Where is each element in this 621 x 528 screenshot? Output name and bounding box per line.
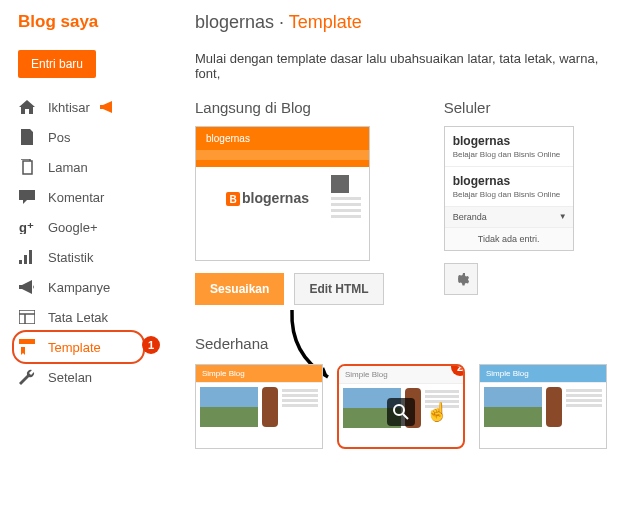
template-thumb-3[interactable]: Simple Blog bbox=[479, 364, 607, 449]
desktop-preview[interactable]: blogernas Bblogernas bbox=[195, 126, 370, 261]
comment-icon bbox=[18, 189, 36, 205]
sidebar-item-label: Setelan bbox=[48, 370, 92, 385]
live-on-blog-section: Langsung di Blog blogernas Bblogernas bbox=[195, 99, 384, 305]
magnify-icon bbox=[393, 404, 409, 420]
preview-logo: Bblogernas bbox=[226, 190, 309, 206]
thumb-title: Simple Blog bbox=[196, 365, 322, 383]
sidebar-item-label: Tata Letak bbox=[48, 310, 108, 325]
home-icon bbox=[18, 99, 36, 115]
edit-html-button[interactable]: Edit HTML bbox=[294, 273, 383, 305]
megaphone-icon bbox=[100, 101, 116, 113]
thumb-title: Simple Blog bbox=[339, 366, 463, 384]
magnify-overlay[interactable] bbox=[387, 398, 415, 426]
mobile-section: Seluler blogernas Belajar Blog dan Bisni… bbox=[444, 99, 574, 305]
preview-blog-title: blogernas bbox=[196, 127, 369, 146]
breadcrumb: blogernas · Template bbox=[195, 12, 621, 33]
svg-text:g⁺: g⁺ bbox=[19, 220, 34, 234]
mobile-sub: Belajar Blog dan Bisnis Online bbox=[453, 190, 565, 199]
preview-header: blogernas bbox=[196, 127, 369, 167]
sidebar-item-overview[interactable]: Ikhtisar bbox=[18, 92, 175, 122]
customize-button[interactable]: Sesuaikan bbox=[195, 273, 284, 305]
sidebar-item-googleplus[interactable]: g⁺ Google+ bbox=[18, 212, 175, 242]
sidebar-item-label: Kampanye bbox=[48, 280, 110, 295]
sidebar-item-pages[interactable]: Laman bbox=[18, 152, 175, 182]
sidebar-item-comments[interactable]: Komentar bbox=[18, 182, 175, 212]
document-icon bbox=[18, 129, 36, 145]
mobile-selector: Beranda bbox=[445, 207, 573, 228]
annotation-step-1: 1 bbox=[142, 336, 160, 354]
simple-templates-section: Sederhana Simple Blog 2 Simple Blog ☝ Si… bbox=[195, 335, 621, 449]
live-heading: Langsung di Blog bbox=[195, 99, 384, 116]
sidebar: Blog saya Entri baru Ikhtisar Pos Laman … bbox=[0, 0, 175, 449]
sidebar-item-label: Statistik bbox=[48, 250, 94, 265]
sidebar-item-label: Google+ bbox=[48, 220, 98, 235]
googleplus-icon: g⁺ bbox=[18, 219, 36, 235]
blog-title: Blog saya bbox=[18, 12, 175, 32]
svg-point-1 bbox=[394, 405, 404, 415]
mobile-sub: Belajar Blog dan Bisnis Online bbox=[453, 150, 565, 159]
mobile-empty: Tidak ada entri. bbox=[445, 228, 573, 250]
sidebar-item-label: Laman bbox=[48, 160, 88, 175]
sidebar-item-label: Pos bbox=[48, 130, 70, 145]
sidebar-item-campaign[interactable]: Kampanye bbox=[18, 272, 175, 302]
mobile-settings-button[interactable] bbox=[444, 263, 478, 295]
sidebar-item-layout[interactable]: Tata Letak bbox=[18, 302, 175, 332]
new-entry-button[interactable]: Entri baru bbox=[18, 50, 96, 78]
sidebar-item-settings[interactable]: Setelan bbox=[18, 362, 175, 392]
highlight-outline bbox=[12, 330, 145, 364]
main-content: blogernas · Template Mulai dengan templa… bbox=[175, 0, 621, 449]
breadcrumb-blog[interactable]: blogernas bbox=[195, 12, 274, 32]
layout-icon bbox=[18, 309, 36, 325]
stats-icon bbox=[18, 249, 36, 265]
template-thumb-2[interactable]: 2 Simple Blog ☝ bbox=[337, 364, 465, 449]
sidebar-item-label: Ikhtisar bbox=[48, 100, 90, 115]
wrench-icon bbox=[18, 369, 36, 385]
simple-heading: Sederhana bbox=[195, 335, 621, 352]
mobile-preview[interactable]: blogernas Belajar Blog dan Bisnis Online… bbox=[444, 126, 574, 251]
megaphone-icon bbox=[18, 279, 36, 295]
sidebar-item-stats[interactable]: Statistik bbox=[18, 242, 175, 272]
gear-icon bbox=[453, 271, 469, 287]
template-thumb-1[interactable]: Simple Blog bbox=[195, 364, 323, 449]
mobile-heading: Seluler bbox=[444, 99, 574, 116]
breadcrumb-sep: · bbox=[274, 12, 289, 32]
thumb-title: Simple Blog bbox=[480, 365, 606, 383]
svg-line-2 bbox=[403, 414, 408, 419]
breadcrumb-current: Template bbox=[289, 12, 362, 32]
pages-icon bbox=[18, 159, 36, 175]
sidebar-item-posts[interactable]: Pos bbox=[18, 122, 175, 152]
mobile-title: blogernas bbox=[453, 174, 565, 188]
sidebar-item-label: Komentar bbox=[48, 190, 104, 205]
sidebar-item-template[interactable]: Template 1 bbox=[18, 332, 175, 362]
page-description: Mulai dengan template dasar lalu ubahsua… bbox=[195, 51, 621, 81]
cursor-icon: ☝ bbox=[426, 401, 448, 423]
mobile-title: blogernas bbox=[453, 134, 565, 148]
